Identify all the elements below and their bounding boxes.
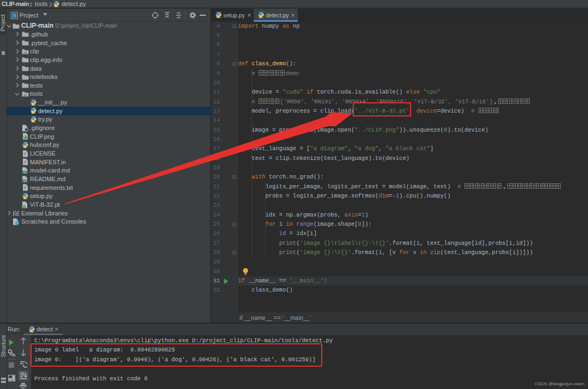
svg-text:MD: MD xyxy=(23,171,27,174)
svg-text:MD: MD xyxy=(23,180,27,182)
